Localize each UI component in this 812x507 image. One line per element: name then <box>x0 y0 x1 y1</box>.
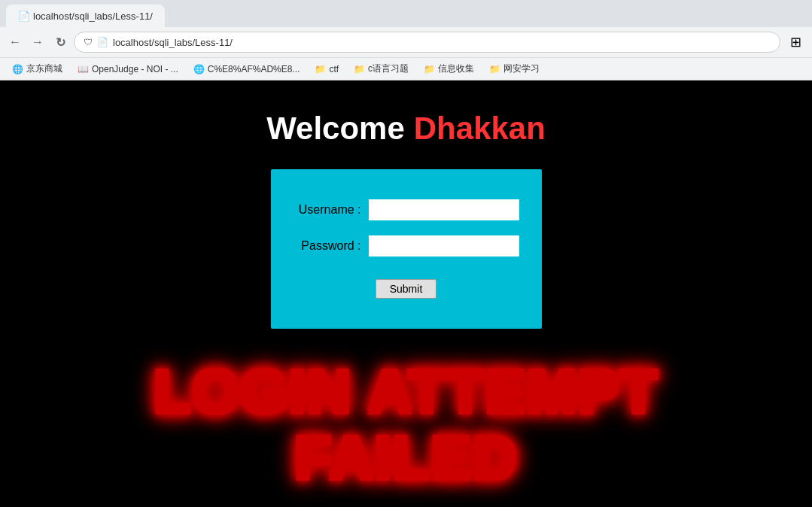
folder-icon: 📁 <box>315 64 326 74</box>
bookmark-icon: 🌐 <box>193 64 205 74</box>
password-label: Password : <box>293 239 361 253</box>
page-content: Welcome Dhakkan Username : Password : Su… <box>0 80 812 507</box>
forward-button[interactable]: → <box>29 33 47 51</box>
password-input[interactable] <box>369 235 519 257</box>
welcome-header: Welcome Dhakkan <box>266 111 546 147</box>
url-text: localhost/sqli_labs/Less-11/ <box>113 37 233 48</box>
bookmarks-bar: 🌐 京东商城 📖 OpenJudge - NOI - ... 🌐 C%E8%AF… <box>0 57 812 80</box>
bookmark-ctf[interactable]: 📁 ctf <box>309 62 345 76</box>
bookmark-clang[interactable]: 📁 c语言习题 <box>348 61 415 77</box>
username-row: Username : <box>293 199 519 220</box>
bookmark-label: ctf <box>329 64 339 74</box>
failed-line2: FAILED <box>154 425 658 491</box>
failed-message: LOGIN ATTEMPT FAILED <box>154 359 658 491</box>
bookmark-jd[interactable]: 🌐 京东商城 <box>6 61 68 77</box>
password-row: Password : <box>293 235 519 257</box>
bookmark-openjudge[interactable]: 📖 OpenJudge - NOI - ... <box>71 62 184 76</box>
address-bar[interactable]: 🛡 📄 localhost/sqli_labs/Less-11/ <box>74 32 780 53</box>
bookmark-security[interactable]: 📁 网安学习 <box>483 61 546 77</box>
reload-button[interactable]: ↻ <box>51 33 69 51</box>
bookmark-label: c语言习题 <box>368 62 409 75</box>
bookmark-icon: 📖 <box>78 64 89 74</box>
bookmark-icon: 🌐 <box>12 64 23 74</box>
page-icon: 📄 <box>97 37 108 47</box>
bookmark-label: 信息收集 <box>438 62 474 75</box>
page-favicon-icon: 📄 <box>18 11 29 21</box>
login-box: Username : Password : Submit <box>271 169 542 329</box>
qr-button[interactable]: ⊞ <box>785 32 806 53</box>
browser-chrome: 📄 localhost/sqli_labs/Less-11/ ← → ↻ 🛡 📄… <box>0 0 812 80</box>
bookmark-label: OpenJudge - NOI - ... <box>92 64 178 74</box>
username-label: Username : <box>293 203 361 217</box>
failed-line1: LOGIN ATTEMPT <box>154 359 658 425</box>
tab-bar: 📄 localhost/sqli_labs/Less-11/ <box>0 0 812 27</box>
bookmark-label: 京东商城 <box>26 62 62 75</box>
welcome-text: Welcome <box>266 111 405 147</box>
folder-icon: 📁 <box>354 64 365 74</box>
username-input[interactable] <box>369 199 519 220</box>
browser-tab[interactable]: 📄 localhost/sqli_labs/Less-11/ <box>6 5 165 27</box>
bookmark-label: C%E8%AF%AD%E8... <box>208 64 300 74</box>
back-button[interactable]: ← <box>6 33 24 51</box>
dhakkan-text: Dhakkan <box>414 111 546 147</box>
bookmark-label: 网安学习 <box>503 62 540 75</box>
tab-title: localhost/sqli_labs/Less-11/ <box>33 11 153 22</box>
folder-icon: 📁 <box>489 64 500 74</box>
submit-button[interactable]: Submit <box>376 279 437 299</box>
qr-icon: ⊞ <box>790 34 801 50</box>
bookmark-c8[interactable]: 🌐 C%E8%AF%AD%E8... <box>187 62 306 76</box>
address-bar-row: ← → ↻ 🛡 📄 localhost/sqli_labs/Less-11/ ⊞ <box>0 27 812 57</box>
security-icon: 🛡 <box>84 37 93 47</box>
folder-icon: 📁 <box>424 64 435 74</box>
bookmark-info[interactable]: 📁 信息收集 <box>418 61 480 77</box>
